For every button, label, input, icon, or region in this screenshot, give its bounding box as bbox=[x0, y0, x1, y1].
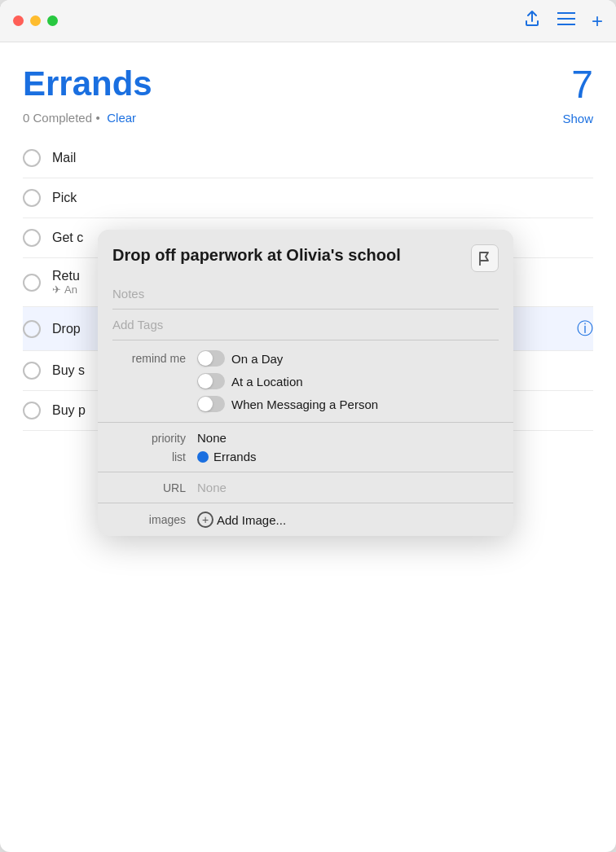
notes-field[interactable]: Notes bbox=[112, 280, 499, 310]
completed-section: 0 Completed • Clear bbox=[23, 111, 136, 125]
list-item: Mail bbox=[23, 138, 593, 178]
list-label: list bbox=[112, 450, 186, 463]
main-content: Errands 7 0 Completed • Clear Show Mail … bbox=[0, 42, 616, 431]
info-icon-5[interactable]: ⓘ bbox=[577, 318, 593, 340]
priority-value[interactable]: None bbox=[197, 431, 227, 445]
popup-tags-section: Add Tags bbox=[98, 310, 513, 340]
on-a-day-label: On a Day bbox=[231, 352, 283, 366]
images-label: images bbox=[112, 513, 186, 526]
reminder-checkbox-3[interactable] bbox=[23, 229, 41, 247]
popup-title: Drop off paperwork at Olivia's school bbox=[112, 244, 463, 266]
popup-images-section: images + Add Image... bbox=[98, 503, 513, 536]
clear-button[interactable]: Clear bbox=[107, 111, 136, 125]
plus-circle-icon: + bbox=[197, 512, 213, 528]
images-row: images + Add Image... bbox=[112, 512, 499, 528]
header-row: Errands 7 bbox=[23, 65, 593, 104]
priority-row: priority None bbox=[112, 431, 499, 445]
reminder-checkbox-1[interactable] bbox=[23, 149, 41, 167]
at-location-label: At a Location bbox=[231, 375, 303, 389]
remind-row-location: At a Location bbox=[112, 373, 499, 389]
add-image-button[interactable]: + Add Image... bbox=[197, 512, 286, 528]
reminder-checkbox-5[interactable] bbox=[23, 320, 41, 338]
show-button[interactable]: Show bbox=[562, 112, 593, 125]
remind-row-message: When Messaging a Person bbox=[112, 396, 499, 412]
window-controls bbox=[13, 15, 58, 26]
completed-row: 0 Completed • Clear Show bbox=[23, 111, 593, 125]
list-row: list Errands bbox=[112, 450, 499, 463]
reminder-checkbox-2[interactable] bbox=[23, 189, 41, 207]
popup-header: Drop off paperwork at Olivia's school bbox=[98, 230, 513, 280]
minimize-button[interactable] bbox=[30, 15, 41, 26]
bullet: • bbox=[96, 111, 100, 125]
url-label: URL bbox=[112, 481, 186, 494]
flag-button[interactable] bbox=[471, 244, 499, 272]
popup-remind-section: remind me On a Day At a Location When Me… bbox=[98, 340, 513, 423]
tags-field[interactable]: Add Tags bbox=[112, 310, 499, 340]
popup-url-section: URL None bbox=[98, 472, 513, 503]
detail-popup: Drop off paperwork at Olivia's school No… bbox=[98, 230, 513, 536]
reminder-checkbox-4[interactable] bbox=[23, 274, 41, 292]
add-icon[interactable]: + bbox=[592, 10, 603, 33]
list-icon[interactable] bbox=[557, 11, 575, 30]
list-title: Errands bbox=[23, 65, 152, 103]
title-bar: + bbox=[0, 0, 616, 42]
remind-row-day: remind me On a Day bbox=[112, 350, 499, 367]
location-icon: ✈ bbox=[52, 283, 61, 296]
on-a-day-toggle[interactable] bbox=[197, 350, 225, 367]
list-color-dot bbox=[197, 451, 209, 463]
messaging-toggle[interactable] bbox=[197, 396, 225, 412]
reminder-checkbox-7[interactable] bbox=[23, 402, 41, 419]
item-count: 7 bbox=[571, 65, 593, 104]
share-icon[interactable] bbox=[523, 10, 541, 32]
main-window: + Errands 7 0 Completed • Clear Show Mai… bbox=[0, 0, 616, 852]
maximize-button[interactable] bbox=[47, 15, 58, 26]
reminder-checkbox-6[interactable] bbox=[23, 362, 41, 380]
completed-text: 0 Completed bbox=[23, 111, 92, 125]
title-bar-actions: + bbox=[523, 10, 603, 33]
popup-notes-section: Notes bbox=[98, 280, 513, 310]
remind-label: remind me bbox=[112, 352, 186, 365]
url-value[interactable]: None bbox=[197, 481, 227, 494]
messaging-label: When Messaging a Person bbox=[231, 397, 378, 411]
list-value[interactable]: Errands bbox=[213, 450, 257, 463]
list-item: Pick bbox=[23, 178, 593, 218]
priority-label: priority bbox=[112, 432, 186, 445]
reminder-text-2: Pick bbox=[52, 191, 593, 205]
at-location-toggle[interactable] bbox=[197, 373, 225, 389]
url-row: URL None bbox=[112, 481, 499, 494]
reminder-text-1: Mail bbox=[52, 151, 593, 165]
add-image-label: Add Image... bbox=[217, 513, 286, 527]
close-button[interactable] bbox=[13, 15, 24, 26]
popup-meta-section: priority None list Errands bbox=[98, 423, 513, 472]
